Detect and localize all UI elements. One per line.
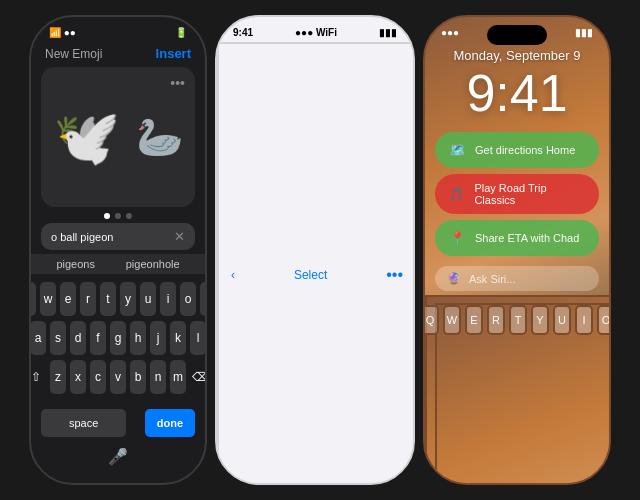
eta-label: Share ETA with Chad xyxy=(475,232,579,244)
keyboard-bottom-bar: space done xyxy=(31,403,205,443)
mail-nav: ‹ Select ••• xyxy=(217,42,415,485)
time-2: 9:41 xyxy=(233,27,253,38)
clear-search-button[interactable]: ✕ xyxy=(174,229,185,244)
directions-label: Get directions Home xyxy=(475,144,575,156)
suggestion-1[interactable]: pigeons xyxy=(56,258,95,270)
lock-keyboard: Q W E R T Y U I O P A S D F G H J K L Z … xyxy=(425,295,611,485)
key-y[interactable]: y xyxy=(120,282,136,316)
lkey-i[interactable]: I xyxy=(575,305,593,335)
key-c[interactable]: c xyxy=(90,360,106,394)
lkey-y[interactable]: Y xyxy=(531,305,549,335)
lkey-r[interactable]: R xyxy=(487,305,505,335)
more-options-button[interactable]: ••• xyxy=(386,266,403,284)
key-r[interactable]: r xyxy=(80,282,96,316)
key-z[interactable]: z xyxy=(50,360,66,394)
key-o[interactable]: o xyxy=(180,282,196,316)
more-options-dots[interactable]: ••• xyxy=(170,75,185,91)
lkey-q[interactable]: Q xyxy=(423,305,439,335)
emoji-main: 🕊️ xyxy=(53,106,120,169)
key-q[interactable]: q xyxy=(29,282,36,316)
key-s[interactable]: s xyxy=(50,321,66,355)
carrier-signal: 📶 ●● xyxy=(49,27,76,38)
emoji-search-bar[interactable]: o ball pigeon ✕ xyxy=(41,223,195,250)
key-delete[interactable]: ⌫ xyxy=(190,360,207,394)
shortcut-directions[interactable]: 🗺️ Get directions Home xyxy=(435,132,599,168)
lkey-o[interactable]: O xyxy=(597,305,611,335)
lkey-t[interactable]: T xyxy=(509,305,527,335)
phone-mail: 9:41 ●●● WiFi ▮▮▮ ‹ Select ••• Inbox 👤 P… xyxy=(215,15,415,485)
search-text: o ball pigeon xyxy=(51,231,113,243)
lkey-u[interactable]: U xyxy=(553,305,571,335)
key-u[interactable]: u xyxy=(140,282,156,316)
mic-icon[interactable]: 🎤 xyxy=(108,447,128,466)
lock-time: 9:41 xyxy=(425,65,609,122)
key-m[interactable]: m xyxy=(170,360,186,394)
signal-3: ●●● xyxy=(441,27,459,38)
mic-area: 🎤 xyxy=(31,443,205,470)
key-a[interactable]: a xyxy=(30,321,46,355)
back-button[interactable]: ‹ xyxy=(231,268,235,282)
insert-button[interactable]: Insert xyxy=(156,46,191,61)
page-indicator xyxy=(31,213,205,219)
lock-date: Monday, September 9 xyxy=(425,42,609,65)
dynamic-island xyxy=(487,25,547,45)
key-x[interactable]: x xyxy=(70,360,86,394)
key-d[interactable]: d xyxy=(70,321,86,355)
done-key[interactable]: done xyxy=(145,409,195,437)
dot-3 xyxy=(126,213,132,219)
key-b[interactable]: b xyxy=(130,360,146,394)
key-v[interactable]: v xyxy=(110,360,126,394)
siri-label: Ask Siri... xyxy=(469,273,515,285)
key-p[interactable]: p xyxy=(200,282,207,316)
select-button[interactable]: Select xyxy=(294,268,327,282)
shortcut-eta[interactable]: 📍 Share ETA with Chad xyxy=(435,220,599,256)
key-h[interactable]: h xyxy=(130,321,146,355)
keyboard-row-2: a s d f g h j k l xyxy=(37,321,199,355)
lkey-e[interactable]: E xyxy=(465,305,483,335)
shortcuts-area: 🗺️ Get directions Home 🎵 Play Road Trip … xyxy=(425,122,609,262)
emoji-top-bar: New Emoji Insert xyxy=(31,42,205,67)
key-f[interactable]: f xyxy=(90,321,106,355)
key-i[interactable]: i xyxy=(160,282,176,316)
keyboard-row-3: ⇧ z x c v b n m ⌫ xyxy=(37,360,199,394)
key-n[interactable]: n xyxy=(150,360,166,394)
status-bar-1: 📶 ●● 🔋 xyxy=(31,17,205,42)
suggestions-bar: pigeons pigeonhole xyxy=(31,254,205,274)
dot-1 xyxy=(104,213,110,219)
phone-lock: ●●● WiFi ▮▮▮ Monday, September 9 9:41 🗺️… xyxy=(423,15,611,485)
eta-icon: 📍 xyxy=(447,228,467,248)
siri-bar[interactable]: 🔮 Ask Siri... xyxy=(435,266,599,291)
keyboard: q w e r t y u i o p a s d f g h j k l ⇧ … xyxy=(31,278,205,403)
music-icon: 🎵 xyxy=(447,184,466,204)
lock-row-1: Q W E R T Y U I O P xyxy=(435,303,611,485)
dot-2 xyxy=(115,213,121,219)
emoji-secondary: 🦢 xyxy=(136,115,183,159)
phone-emoji: 📶 ●● 🔋 New Emoji Insert 🕊️ 🦢 ••• o ball … xyxy=(29,15,207,485)
new-emoji-label: New Emoji xyxy=(45,47,102,61)
music-label: Play Road Trip Classics xyxy=(474,182,587,206)
key-l[interactable]: l xyxy=(190,321,206,355)
suggestion-2[interactable]: pigeonhole xyxy=(126,258,180,270)
keyboard-row-1: q w e r t y u i o p xyxy=(37,282,199,316)
key-w[interactable]: w xyxy=(40,282,56,316)
key-shift[interactable]: ⇧ xyxy=(29,360,46,394)
space-key[interactable]: space xyxy=(41,409,126,437)
key-t[interactable]: t xyxy=(100,282,116,316)
battery-icon: 🔋 xyxy=(175,27,187,38)
key-e[interactable]: e xyxy=(60,282,76,316)
status-bar-2: 9:41 ●●● WiFi ▮▮▮ xyxy=(217,17,413,42)
emoji-display: 🕊️ 🦢 ••• xyxy=(41,67,195,207)
battery-2: ▮▮▮ xyxy=(379,27,397,38)
battery-3: ▮▮▮ xyxy=(575,27,593,38)
directions-icon: 🗺️ xyxy=(447,140,467,160)
key-g[interactable]: g xyxy=(110,321,126,355)
lkey-w[interactable]: W xyxy=(443,305,461,335)
key-k[interactable]: k xyxy=(170,321,186,355)
shortcut-music[interactable]: 🎵 Play Road Trip Classics xyxy=(435,174,599,214)
siri-icon: 🔮 xyxy=(447,272,461,285)
key-j[interactable]: j xyxy=(150,321,166,355)
signal-2: ●●● WiFi xyxy=(295,27,337,38)
